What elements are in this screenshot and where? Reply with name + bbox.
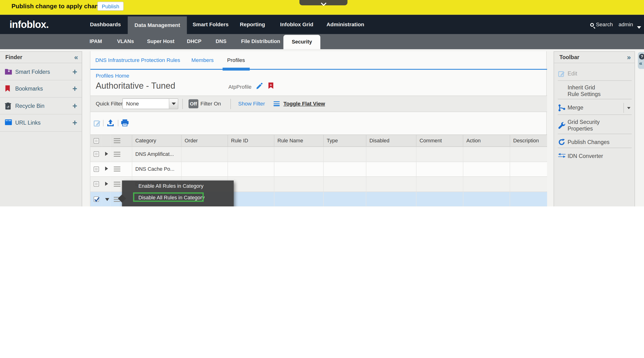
subnav-item-ipam[interactable]: IPAM: [90, 34, 102, 49]
page-title: Authoritative - Tuned: [96, 81, 175, 91]
subnav-item-super-host[interactable]: Super Host: [147, 34, 174, 49]
cell-rule-id: [228, 162, 274, 177]
tab-dns-infrastructure-protection-rules[interactable]: DNS Infrastructure Protection Rules: [95, 55, 180, 66]
row-drag-handle-icon[interactable]: [114, 181, 120, 186]
subnav-item-dns[interactable]: DNS: [216, 34, 226, 49]
cell-action: [463, 177, 510, 191]
column-header-order[interactable]: Order: [181, 135, 228, 147]
row-drag-handle-icon[interactable]: [114, 152, 120, 157]
toolbar-item-idn-converter[interactable]: IDN Converter: [554, 151, 634, 162]
column-header-rule-name[interactable]: Rule Name: [274, 135, 323, 147]
help-icon[interactable]: ?: [639, 54, 644, 59]
add-icon[interactable]: +: [72, 114, 77, 131]
tab-members[interactable]: Members: [191, 55, 214, 66]
finder-header: Finder «: [0, 52, 82, 63]
tab-underline: [90, 69, 547, 69]
search-button[interactable]: Search: [590, 15, 613, 34]
nav-item-administration[interactable]: Administration: [326, 15, 364, 34]
cell-rule-id: [228, 192, 274, 206]
toolbar-expand-icon[interactable]: »: [627, 52, 631, 63]
expand-icon[interactable]: [105, 167, 108, 171]
sidebar-item-recycle-bin[interactable]: ↺Recycle Bin+: [0, 98, 82, 115]
nav-item-infoblox-grid[interactable]: Infoblox Grid: [280, 15, 313, 34]
bookmark-add-icon[interactable]: +: [268, 83, 274, 89]
sidebar-item-smart-folders[interactable]: *Smart Folders+: [0, 64, 82, 81]
cell-action: [463, 192, 510, 206]
menu-item-disable-all-rules-in-category[interactable]: Disable All Rules in Category: [122, 192, 234, 204]
nav-item-data-management[interactable]: Data Management: [128, 16, 187, 34]
cell-order: [181, 162, 228, 177]
toolbar-item-inherit-grid-rule-settings[interactable]: Inherit GridRule Settings: [554, 83, 634, 99]
swap-icon: [558, 153, 565, 159]
row-checkbox[interactable]: [94, 152, 99, 157]
row-checkbox[interactable]: [94, 196, 99, 202]
show-filter-link[interactable]: Show Filter: [238, 96, 265, 112]
edit-rule-icon[interactable]: [94, 119, 101, 127]
menu-item-enable-all-rules-in-category[interactable]: Enable All Rules in Category: [122, 180, 234, 192]
cell-rule-name: [274, 192, 323, 206]
row-checkbox[interactable]: [94, 167, 99, 172]
tab-profiles[interactable]: Profiles: [227, 55, 245, 66]
column-header-type[interactable]: Type: [323, 135, 366, 147]
print-icon[interactable]: [121, 119, 128, 127]
panel-collapse-icon[interactable]: «: [639, 60, 642, 66]
cell-action: [463, 162, 510, 177]
toolbar-item-publish-changes[interactable]: Publish Changes: [554, 137, 634, 148]
flat-view-list-icon[interactable]: [274, 101, 280, 107]
banner-collapse-tab[interactable]: [300, 0, 348, 5]
publish-button[interactable]: Publish: [97, 2, 124, 11]
breadcrumb[interactable]: Profiles Home: [96, 73, 129, 79]
add-icon[interactable]: +: [72, 81, 77, 97]
toolbar-item-merge[interactable]: Merge: [554, 102, 634, 114]
cell-comment: [416, 162, 463, 177]
nav-item-smart-folders[interactable]: Smart Folders: [193, 15, 229, 34]
toolbar-header: Toolbar »: [554, 52, 634, 63]
user-menu-caret-icon[interactable]: [637, 26, 641, 29]
nav-item-reporting[interactable]: Reporting: [240, 15, 265, 34]
expand-icon[interactable]: [105, 181, 108, 186]
subnav-item-security[interactable]: Security: [284, 35, 320, 49]
toolbar-item-grid-security-properties[interactable]: Grid SecurityProperties: [554, 117, 634, 134]
row-drag-handle-icon[interactable]: [114, 167, 120, 172]
toolbar-panel: Toolbar » EditInherit GridRule SettingsM…: [554, 51, 635, 206]
add-icon[interactable]: +: [72, 98, 77, 114]
cell-disabled: [366, 177, 416, 191]
cell-action: [463, 147, 510, 162]
column-header-category[interactable]: Category: [132, 135, 181, 147]
row-checkbox[interactable]: [94, 181, 99, 187]
search-icon: [590, 23, 594, 27]
collapse-icon[interactable]: [105, 198, 109, 201]
toolbar-item-label: Merge: [568, 105, 583, 111]
search-label: Search: [596, 21, 613, 27]
finder-collapse-icon[interactable]: «: [74, 52, 78, 63]
merge-dropdown-caret-icon[interactable]: [627, 107, 630, 109]
sidebar-item-label: Recycle Bin: [15, 98, 44, 114]
edit-title-icon[interactable]: [256, 83, 263, 89]
select-all-checkbox[interactable]: [94, 138, 99, 144]
toolbar-item-label: Inherit GridRule Settings: [568, 84, 600, 98]
column-header-comment[interactable]: Comment: [416, 135, 463, 147]
toolbar-item-label: Publish Changes: [568, 139, 610, 146]
cell-type: [323, 162, 366, 177]
divider: [182, 99, 183, 109]
column-header-rule-id[interactable]: Rule ID: [228, 135, 274, 147]
sidebar-item-bookmarks[interactable]: Bookmarks+: [0, 81, 82, 98]
column-header-disabled[interactable]: Disabled: [366, 135, 416, 147]
upload-icon[interactable]: [107, 119, 114, 127]
sidebar-item-url-links[interactable]: URL Links+: [0, 114, 82, 132]
menu-item-inherit-grid-rule-settings-in-category[interactable]: Inherit Grid Rule Settings in Category: [122, 204, 234, 206]
expand-icon[interactable]: [105, 152, 108, 156]
toggle-flat-view-link[interactable]: Toggle Flat View: [284, 96, 325, 112]
nav-item-dashboards[interactable]: Dashboards: [90, 15, 121, 34]
quick-filter-select[interactable]: None: [122, 98, 178, 109]
select-chevron-icon[interactable]: [169, 99, 178, 109]
divider: [230, 99, 231, 109]
user-menu[interactable]: admin: [618, 15, 633, 34]
column-header-description[interactable]: Description: [510, 135, 547, 147]
subnav-item-file-distribution[interactable]: File Distribution: [241, 34, 280, 49]
subnav-item-dhcp[interactable]: DHCP: [187, 34, 201, 49]
column-header-action[interactable]: Action: [463, 135, 510, 147]
add-icon[interactable]: +: [72, 64, 77, 80]
filter-off-badge[interactable]: Off: [188, 99, 198, 108]
subnav-item-vlans[interactable]: VLANs: [117, 34, 134, 49]
